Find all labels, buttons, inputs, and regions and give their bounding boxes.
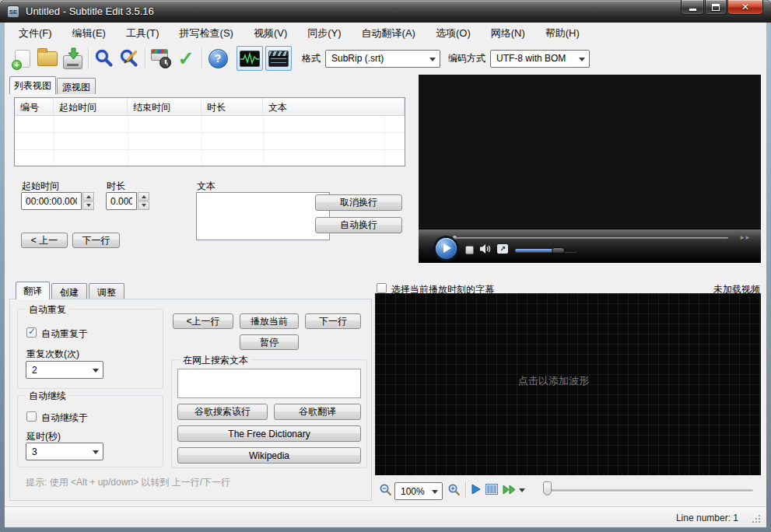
video-surface[interactable]: ◄◄ ►► ↗ [419,75,761,263]
menu-autotranslate[interactable]: 自动翻译(A) [352,23,426,44]
menu-edit[interactable]: 编辑(E) [62,23,116,44]
auto-repeat-checkbox[interactable]: ✓ [26,327,37,338]
auto-repeat-group-label: 自动重复 [26,303,69,317]
waveform-position-slider[interactable] [545,489,753,492]
start-time-up-button[interactable] [82,192,94,201]
menu-bar: 文件(F) 编辑(E) 工具(T) 拼写检查(S) 视频(V) 同步(Y) 自动… [5,23,766,44]
close-button[interactable]: ✕ [727,0,763,15]
help-button[interactable]: ? [205,46,230,71]
pause-button[interactable]: 暂停 [240,334,299,350]
waveform-area[interactable]: 点击以添加波形 [375,293,761,475]
select-current-subtitle-checkbox[interactable] [377,283,387,293]
duration-label: 时长 [107,180,125,193]
window-frame-right [766,23,771,532]
unbreak-button[interactable]: 取消换行 [315,194,402,211]
menu-options[interactable]: 选项(O) [426,23,481,44]
menu-video[interactable]: 视频(V) [244,23,297,44]
subtitle-list[interactable]: 编号 起始时间 结束时间 时长 文本 [14,97,405,166]
next-line-button-2[interactable]: 下一行 [305,313,361,329]
open-file-button[interactable] [35,46,60,71]
subtitle-text-input[interactable] [196,192,330,240]
resize-grip[interactable] [752,521,754,523]
column-text[interactable]: 文本 [263,98,405,115]
tab-create[interactable]: 创建 [51,283,87,299]
fullscreen-icon: ↗ [499,245,506,253]
column-duration[interactable]: 时长 [202,98,263,115]
previous-line-button[interactable]: <上一行 [173,313,233,329]
menu-sync[interactable]: 同步(Y) [297,23,351,44]
speed-dropdown-arrow-icon[interactable] [519,488,525,495]
volume-slider[interactable] [515,249,577,252]
menu-file[interactable]: 文件(F) [9,23,62,44]
delay-select[interactable]: 3 [26,443,103,460]
stop-button[interactable] [465,246,474,254]
toolbar: + ✓ [5,44,766,72]
toggle-waveform-button[interactable] [237,46,263,71]
new-file-button[interactable]: + [10,46,35,71]
auto-continue-checkbox[interactable] [26,411,37,422]
titlebar[interactable]: SE Untitled - Subtitle Edit 3.5.16 ✕ [0,0,771,23]
tab-list-view[interactable]: 列表视图 [9,76,56,94]
toggle-video-button[interactable] [265,46,292,71]
dropdown-arrow-icon [429,58,436,65]
waveform-position-thumb[interactable] [543,481,552,495]
auto-break-button[interactable]: 自动换行 [315,217,402,233]
column-start-time[interactable]: 起始时间 [54,98,128,115]
google-translate-button[interactable]: 谷歌翻译 [274,404,361,420]
menu-spellcheck[interactable]: 拼写检查(S) [170,23,244,44]
app-icon-text: SE [9,9,18,16]
plus-icon: + [12,60,22,70]
waveform-view-mode-button[interactable] [485,484,498,498]
waveform-hint: 点击以添加波形 [518,374,589,388]
tab-source-view[interactable]: 源视图 [57,78,96,94]
tab-translate[interactable]: 翻译 [16,282,50,299]
play-button[interactable] [436,238,457,259]
mute-button[interactable] [479,243,492,257]
previous-button[interactable]: < 上一 [21,233,68,248]
column-end-time[interactable]: 结束时间 [128,98,202,115]
wikipedia-button[interactable]: Wikipedia [177,447,361,464]
start-time-down-button[interactable] [82,201,94,210]
volume-thumb[interactable] [552,247,565,254]
maximize-button[interactable] [705,0,727,15]
menu-help[interactable]: 帮助(H) [535,23,590,44]
save-button[interactable] [60,46,85,71]
column-number[interactable]: 编号 [15,98,54,115]
tab-adjust[interactable]: 调整 [89,283,124,299]
find-button[interactable] [92,46,117,71]
playback-speed-button[interactable] [503,484,517,498]
spell-check-button[interactable]: ✓ [173,46,198,71]
google-search-button[interactable]: 谷歌搜索该行 [177,404,268,420]
menu-network[interactable]: 网络(N) [481,23,535,44]
fullscreen-button[interactable]: ↗ [497,244,508,254]
seek-forward-icon[interactable]: ►► [739,234,750,241]
open-folder-icon [37,51,58,66]
menu-tools[interactable]: 工具(T) [116,23,170,44]
auto-repeat-checkbox-label[interactable]: 自动重复于 [41,327,88,341]
format-select[interactable]: SubRip (.srt) [325,50,440,68]
web-search-input[interactable] [177,369,361,398]
repeat-count-select[interactable]: 2 [26,361,103,379]
duration-input[interactable] [106,192,137,210]
delay-label: 延时(秒) [26,430,61,443]
visual-sync-button[interactable] [149,46,173,71]
start-time-stepper [21,192,94,210]
zoom-out-button[interactable] [379,483,392,499]
subtitle-list-body[interactable] [15,116,405,166]
minimize-button[interactable] [681,0,704,15]
app-icon[interactable]: SE [7,5,19,18]
duration-down-button[interactable] [138,201,149,210]
encoding-select[interactable]: UTF-8 with BOM [490,50,590,68]
free-dictionary-button[interactable]: The Free Dictionary [177,425,361,442]
seek-bar[interactable] [454,237,728,239]
replace-button[interactable] [117,46,142,71]
zoom-in-button[interactable] [447,483,461,499]
waveform-zoom-select[interactable]: 100% [394,482,443,500]
waveform-play-button[interactable] [471,484,481,498]
start-time-input[interactable] [21,192,82,210]
next-line-button[interactable]: 下一行 [72,233,120,248]
play-current-button[interactable]: 播放当前 [240,313,299,329]
window-title: Untitled - Subtitle Edit 3.5.16 [26,5,154,17]
duration-up-button[interactable] [138,192,149,201]
auto-continue-checkbox-label[interactable]: 自动继续于 [41,411,88,425]
